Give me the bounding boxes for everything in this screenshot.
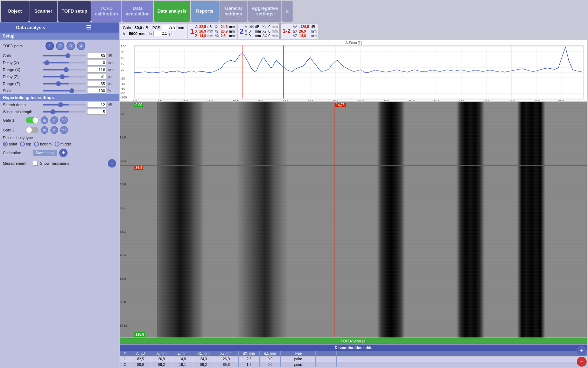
gate2-mh-btn[interactable]: mh	[60, 126, 68, 134]
scroll-buttons: + −	[575, 344, 588, 368]
gate2-m-btn[interactable]: m	[41, 126, 48, 134]
row1-type: point	[281, 356, 316, 362]
t0-label: t₀	[149, 31, 152, 36]
delay-x-row: Delay (X) 0 mm	[0, 59, 119, 66]
svg-text:34,6: 34,6	[358, 100, 364, 101]
tofd-coord-bottomleft: 115,6	[134, 332, 145, 337]
row1-extra	[316, 356, 337, 362]
svg-text:40: 40	[121, 62, 124, 66]
cursor2-x1-label: X₁	[262, 25, 267, 29]
t0-input[interactable]	[153, 31, 168, 36]
nav-data-analysis[interactable]: Data analysis	[154, 1, 190, 22]
scale-input[interactable]: 100	[87, 88, 106, 94]
gain-input[interactable]: 80	[87, 53, 106, 59]
row1-z: 14,8	[172, 356, 193, 362]
disc-point[interactable]: point	[3, 142, 17, 146]
disc-top[interactable]: top	[20, 142, 31, 146]
scroll-up-button[interactable]: +	[577, 346, 587, 355]
tofd-pair-2[interactable]: 2	[56, 42, 64, 50]
cursor2-x2-val: 0	[268, 29, 271, 33]
svg-text:11,9: 11,9	[182, 100, 188, 101]
ascan-container[interactable]: A-Scan [1] 1 2 100 80 60 40 20 0 -20	[120, 40, 587, 101]
delay-x-label: Delay (X)	[3, 61, 41, 65]
table-row[interactable]: 2 80,6 88,2 18,1 88,2 89,8 1,6 0,0 point	[120, 362, 587, 367]
delay-z-input[interactable]: 41	[87, 74, 106, 80]
tofd-pairs-circles: 1 2 3 4	[43, 40, 88, 52]
nav-aggregative-settings[interactable]: Aggregative settings	[248, 1, 281, 22]
delay-z-row: Delay (Z) 41 µs	[0, 73, 119, 80]
col-type: Type	[281, 351, 316, 356]
cursor1-z-val: 14,8	[199, 34, 206, 38]
row1-x2: 26,9	[214, 356, 239, 362]
range-z-slider[interactable]	[43, 83, 86, 84]
cursor2-dx-label: ΔX	[262, 34, 267, 38]
gain-slider[interactable]	[43, 55, 86, 56]
row2-z: 18,1	[172, 362, 193, 367]
disc-top-radio	[20, 142, 25, 146]
cursor1-x-unit: mm	[208, 29, 214, 33]
cursor1-z-letter: Z	[195, 34, 198, 38]
nav-close[interactable]: x	[282, 1, 293, 22]
tofd-pair-1[interactable]: 1	[46, 42, 54, 50]
save-png-button[interactable]: Save to png	[33, 150, 57, 156]
disc-bottom[interactable]: bottom	[34, 142, 52, 146]
delay-x-slider[interactable]	[43, 62, 86, 63]
nav-scanner[interactable]: Scanner	[29, 1, 57, 22]
range-x-slider[interactable]	[43, 69, 86, 70]
disc-table-header: # A, dB X, mm Z, mm X1, mm X2, mm dX, mm…	[120, 351, 587, 356]
range-z-input[interactable]: 35	[87, 81, 106, 87]
measurement-add-button[interactable]: +	[108, 159, 116, 168]
pcs-input[interactable]	[162, 25, 176, 30]
disc-type-label: Discontinuity type	[3, 136, 116, 140]
table-row[interactable]: 1 82,5 26,9 14,8 24,3 26,9 2,6 0,0 point	[120, 356, 587, 362]
svg-text:26,3: 26,3	[283, 100, 288, 101]
nav-tofd-calibration[interactable]: TOFD calibration	[91, 1, 121, 22]
cursor1-a-unit: dB	[208, 25, 214, 29]
wings-length-slider[interactable]	[43, 111, 86, 113]
disc-table-title: Discontinuities table	[120, 345, 587, 351]
gate1-m-btn[interactable]: m	[41, 116, 48, 124]
range-x-unit: mm	[108, 68, 116, 72]
cursor2-x-unit: mm	[255, 29, 261, 33]
disc-middle[interactable]: middle	[55, 142, 72, 146]
delay-z-slider[interactable]	[43, 76, 86, 77]
gate2-toggle[interactable]	[26, 127, 38, 133]
row2-dx: 1,6	[239, 362, 260, 367]
hamburger-icon[interactable]: ☰	[59, 24, 117, 31]
tofd-pair-3[interactable]: 3	[66, 42, 75, 50]
range-x-input[interactable]: 116	[87, 67, 106, 73]
nav-object[interactable]: Object	[1, 1, 29, 22]
svg-text:45,7: 45,7	[484, 100, 489, 101]
svg-text:20,4: 20,4	[232, 100, 238, 101]
search-depth-row: Search depth 12 dB	[0, 101, 119, 108]
col-dx-mm: dX, mm	[239, 351, 260, 356]
svg-text:20: 20	[121, 68, 124, 71]
calibration-add-button[interactable]: +	[59, 149, 68, 157]
wings-length-label: Wings min.length	[3, 110, 41, 114]
nav-general-settings[interactable]: General settings	[219, 1, 247, 22]
scroll-down-button[interactable]: −	[577, 357, 587, 367]
disc-type-label-row: Discontinuity type	[0, 135, 119, 141]
gain-label: Gain	[3, 54, 41, 58]
search-depth-slider[interactable]	[43, 104, 86, 105]
svg-text:41,5: 41,5	[434, 100, 439, 101]
svg-text:5,5: 5,5	[158, 100, 162, 101]
gate1-toggle[interactable]	[26, 117, 38, 123]
search-depth-input[interactable]: 12	[87, 102, 106, 108]
tofd-pair-4[interactable]: 4	[77, 42, 85, 50]
gate1-h-btn[interactable]: h	[50, 116, 58, 124]
cursor1-dx-label: ΔX	[215, 34, 219, 38]
gate2-h-btn[interactable]: h	[50, 126, 58, 134]
cursor2-number: 2	[240, 27, 244, 35]
tofd-texture	[120, 102, 587, 338]
row2-dz: 0,0	[260, 362, 281, 367]
nav-data-acquisition[interactable]: Data acquisition	[122, 1, 153, 22]
wings-length-input[interactable]: 5	[87, 109, 106, 115]
gate2-label: Gate 2	[3, 128, 24, 132]
nav-tofd-setup[interactable]: TOFD setup	[58, 1, 91, 22]
gate1-mh-btn[interactable]: mh	[60, 116, 68, 124]
nav-reports[interactable]: Reports	[191, 1, 219, 22]
scale-slider[interactable]	[43, 90, 86, 91]
show-max-checkbox[interactable]	[33, 161, 38, 166]
delay-x-input[interactable]: 0	[87, 60, 106, 66]
